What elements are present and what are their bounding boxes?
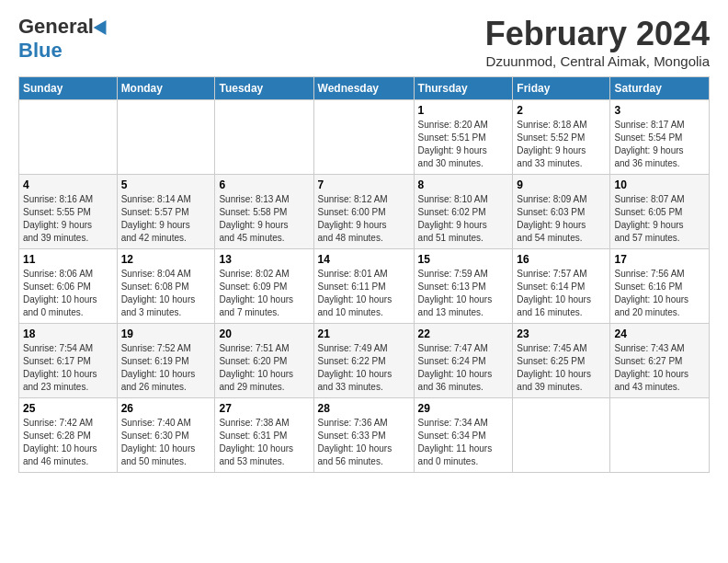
day-info: Sunrise: 8:13 AM Sunset: 5:58 PM Dayligh… bbox=[219, 193, 309, 245]
day-info: Sunrise: 8:14 AM Sunset: 5:57 PM Dayligh… bbox=[121, 193, 211, 245]
calendar-cell: 25Sunrise: 7:42 AM Sunset: 6:28 PM Dayli… bbox=[19, 398, 118, 473]
calendar-cell: 15Sunrise: 7:59 AM Sunset: 6:13 PM Dayli… bbox=[414, 249, 513, 324]
calendar-cell bbox=[117, 100, 215, 175]
logo-general-text: General bbox=[18, 15, 94, 39]
calendar-cell: 17Sunrise: 7:56 AM Sunset: 6:16 PM Dayli… bbox=[610, 249, 710, 324]
day-info: Sunrise: 8:17 AM Sunset: 5:54 PM Dayligh… bbox=[614, 119, 705, 170]
weekday-header-sunday: Sunday bbox=[19, 77, 118, 100]
calendar-cell: 27Sunrise: 7:38 AM Sunset: 6:31 PM Dayli… bbox=[215, 398, 313, 473]
calendar-cell: 21Sunrise: 7:49 AM Sunset: 6:22 PM Dayli… bbox=[313, 324, 414, 398]
calendar-week-row: 1Sunrise: 8:20 AM Sunset: 5:51 PM Daylig… bbox=[19, 100, 710, 175]
day-number: 5 bbox=[121, 178, 211, 191]
day-number: 20 bbox=[219, 327, 309, 340]
day-info: Sunrise: 8:07 AM Sunset: 6:05 PM Dayligh… bbox=[614, 193, 705, 245]
title-section: February 2024 Dzuunmod, Central Aimak, M… bbox=[485, 15, 710, 69]
day-number: 29 bbox=[418, 402, 509, 415]
day-number: 7 bbox=[318, 178, 410, 191]
calendar-cell: 6Sunrise: 8:13 AM Sunset: 5:58 PM Daylig… bbox=[215, 175, 313, 249]
calendar-week-row: 11Sunrise: 8:06 AM Sunset: 6:06 PM Dayli… bbox=[19, 249, 710, 324]
calendar-cell bbox=[19, 100, 118, 175]
day-info: Sunrise: 7:43 AM Sunset: 6:27 PM Dayligh… bbox=[614, 342, 705, 394]
day-info: Sunrise: 8:18 AM Sunset: 5:52 PM Dayligh… bbox=[517, 119, 606, 170]
calendar-cell: 7Sunrise: 8:12 AM Sunset: 6:00 PM Daylig… bbox=[313, 175, 414, 249]
weekday-header-row: SundayMondayTuesdayWednesdayThursdayFrid… bbox=[19, 77, 710, 100]
calendar-cell: 19Sunrise: 7:52 AM Sunset: 6:19 PM Dayli… bbox=[117, 324, 215, 398]
day-info: Sunrise: 7:52 AM Sunset: 6:19 PM Dayligh… bbox=[121, 342, 211, 394]
day-info: Sunrise: 7:45 AM Sunset: 6:25 PM Dayligh… bbox=[517, 342, 606, 394]
day-info: Sunrise: 7:40 AM Sunset: 6:30 PM Dayligh… bbox=[121, 417, 211, 468]
calendar-cell: 11Sunrise: 8:06 AM Sunset: 6:06 PM Dayli… bbox=[19, 249, 118, 324]
calendar-cell: 5Sunrise: 8:14 AM Sunset: 5:57 PM Daylig… bbox=[117, 175, 215, 249]
day-info: Sunrise: 7:34 AM Sunset: 6:34 PM Dayligh… bbox=[418, 417, 509, 468]
weekday-header-tuesday: Tuesday bbox=[215, 77, 313, 100]
day-number: 12 bbox=[121, 253, 211, 266]
day-number: 6 bbox=[219, 178, 309, 191]
calendar-cell: 12Sunrise: 8:04 AM Sunset: 6:08 PM Dayli… bbox=[117, 249, 215, 324]
day-number: 15 bbox=[418, 253, 509, 266]
location-subtitle: Dzuunmod, Central Aimak, Mongolia bbox=[485, 53, 710, 69]
day-number: 18 bbox=[23, 327, 113, 340]
calendar-cell: 29Sunrise: 7:34 AM Sunset: 6:34 PM Dayli… bbox=[414, 398, 513, 473]
day-info: Sunrise: 7:36 AM Sunset: 6:33 PM Dayligh… bbox=[318, 417, 410, 468]
weekday-header-wednesday: Wednesday bbox=[313, 77, 414, 100]
day-info: Sunrise: 8:06 AM Sunset: 6:06 PM Dayligh… bbox=[23, 268, 113, 319]
calendar-cell: 8Sunrise: 8:10 AM Sunset: 6:02 PM Daylig… bbox=[414, 175, 513, 249]
day-number: 27 bbox=[219, 402, 309, 415]
day-info: Sunrise: 7:49 AM Sunset: 6:22 PM Dayligh… bbox=[318, 342, 410, 394]
day-number: 25 bbox=[23, 402, 113, 415]
day-number: 21 bbox=[318, 327, 410, 340]
day-number: 26 bbox=[121, 402, 211, 415]
weekday-header-saturday: Saturday bbox=[610, 77, 710, 100]
logo-blue-text: Blue bbox=[18, 39, 63, 63]
calendar-cell bbox=[215, 100, 313, 175]
day-info: Sunrise: 7:42 AM Sunset: 6:28 PM Dayligh… bbox=[23, 417, 113, 468]
day-info: Sunrise: 8:10 AM Sunset: 6:02 PM Dayligh… bbox=[418, 193, 509, 245]
calendar-week-row: 4Sunrise: 8:16 AM Sunset: 5:55 PM Daylig… bbox=[19, 175, 710, 249]
day-info: Sunrise: 7:47 AM Sunset: 6:24 PM Dayligh… bbox=[418, 342, 509, 394]
day-number: 2 bbox=[517, 104, 606, 117]
day-info: Sunrise: 8:01 AM Sunset: 6:11 PM Dayligh… bbox=[318, 268, 410, 319]
calendar-cell: 3Sunrise: 8:17 AM Sunset: 5:54 PM Daylig… bbox=[610, 100, 710, 175]
calendar-cell: 13Sunrise: 8:02 AM Sunset: 6:09 PM Dayli… bbox=[215, 249, 313, 324]
calendar-week-row: 25Sunrise: 7:42 AM Sunset: 6:28 PM Dayli… bbox=[19, 398, 710, 473]
calendar-cell: 23Sunrise: 7:45 AM Sunset: 6:25 PM Dayli… bbox=[513, 324, 610, 398]
calendar-cell: 24Sunrise: 7:43 AM Sunset: 6:27 PM Dayli… bbox=[610, 324, 710, 398]
calendar-cell: 14Sunrise: 8:01 AM Sunset: 6:11 PM Dayli… bbox=[313, 249, 414, 324]
day-number: 28 bbox=[318, 402, 410, 415]
calendar-table: SundayMondayTuesdayWednesdayThursdayFrid… bbox=[18, 76, 710, 473]
month-year-title: February 2024 bbox=[485, 15, 710, 53]
calendar-cell: 26Sunrise: 7:40 AM Sunset: 6:30 PM Dayli… bbox=[117, 398, 215, 473]
day-number: 17 bbox=[614, 253, 705, 266]
day-info: Sunrise: 7:38 AM Sunset: 6:31 PM Dayligh… bbox=[219, 417, 309, 468]
calendar-cell: 22Sunrise: 7:47 AM Sunset: 6:24 PM Dayli… bbox=[414, 324, 513, 398]
day-number: 9 bbox=[517, 178, 606, 191]
day-info: Sunrise: 8:20 AM Sunset: 5:51 PM Dayligh… bbox=[418, 119, 509, 170]
day-info: Sunrise: 8:04 AM Sunset: 6:08 PM Dayligh… bbox=[121, 268, 211, 319]
calendar-cell: 9Sunrise: 8:09 AM Sunset: 6:03 PM Daylig… bbox=[513, 175, 610, 249]
day-number: 22 bbox=[418, 327, 509, 340]
calendar-cell: 18Sunrise: 7:54 AM Sunset: 6:17 PM Dayli… bbox=[19, 324, 118, 398]
day-number: 1 bbox=[418, 104, 509, 117]
day-info: Sunrise: 8:02 AM Sunset: 6:09 PM Dayligh… bbox=[219, 268, 309, 319]
calendar-week-row: 18Sunrise: 7:54 AM Sunset: 6:17 PM Dayli… bbox=[19, 324, 710, 398]
day-number: 14 bbox=[318, 253, 410, 266]
day-info: Sunrise: 7:57 AM Sunset: 6:14 PM Dayligh… bbox=[517, 268, 606, 319]
day-info: Sunrise: 7:59 AM Sunset: 6:13 PM Dayligh… bbox=[418, 268, 509, 319]
day-number: 16 bbox=[517, 253, 606, 266]
day-info: Sunrise: 8:12 AM Sunset: 6:00 PM Dayligh… bbox=[318, 193, 410, 245]
calendar-cell bbox=[513, 398, 610, 473]
day-info: Sunrise: 8:09 AM Sunset: 6:03 PM Dayligh… bbox=[517, 193, 606, 245]
day-number: 23 bbox=[517, 327, 606, 340]
weekday-header-thursday: Thursday bbox=[414, 77, 513, 100]
calendar-cell: 16Sunrise: 7:57 AM Sunset: 6:14 PM Dayli… bbox=[513, 249, 610, 324]
day-number: 4 bbox=[23, 178, 113, 191]
header: General Blue February 2024 Dzuunmod, Cen… bbox=[18, 15, 710, 69]
day-number: 8 bbox=[418, 178, 509, 191]
calendar-cell: 2Sunrise: 8:18 AM Sunset: 5:52 PM Daylig… bbox=[513, 100, 610, 175]
day-number: 10 bbox=[614, 178, 705, 191]
day-number: 11 bbox=[23, 253, 113, 266]
calendar-cell: 28Sunrise: 7:36 AM Sunset: 6:33 PM Dayli… bbox=[313, 398, 414, 473]
day-info: Sunrise: 7:54 AM Sunset: 6:17 PM Dayligh… bbox=[23, 342, 113, 394]
day-number: 13 bbox=[219, 253, 309, 266]
calendar-cell bbox=[313, 100, 414, 175]
